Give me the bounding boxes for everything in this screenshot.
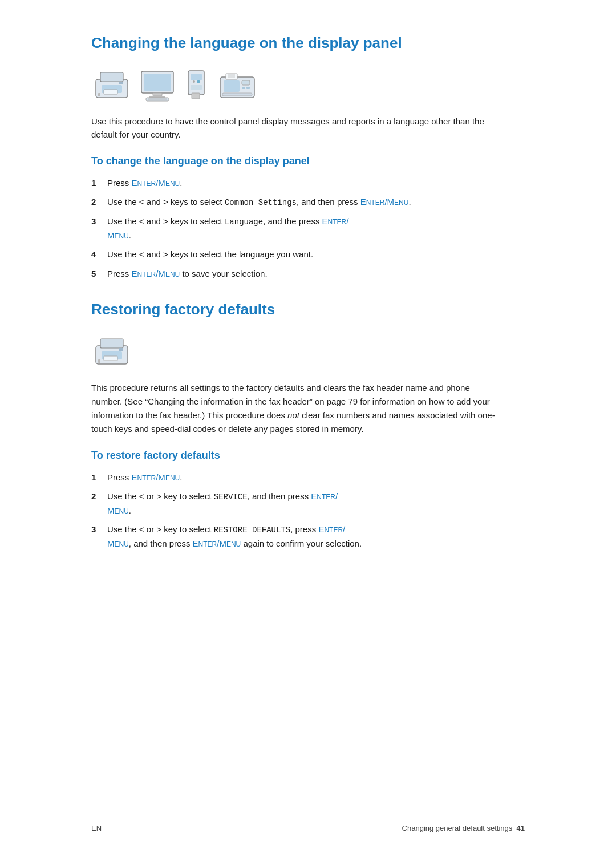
svg-rect-20 xyxy=(224,80,240,92)
monitor-icon xyxy=(137,68,178,102)
step-number: 4 xyxy=(91,248,107,261)
svg-rect-10 xyxy=(146,98,169,101)
section1-subsection-title: To change the language on the display pa… xyxy=(91,155,548,167)
section2-title: Restoring factory defaults xyxy=(91,301,548,318)
step-2-3: 3 Use the < or > key to select RESTORE D… xyxy=(91,523,502,550)
server-icon xyxy=(183,68,212,102)
step-content: Use the < and > keys to select Language,… xyxy=(107,215,502,242)
fax-icon xyxy=(217,68,258,102)
step-content: Press ENTER/MENU. xyxy=(107,176,502,189)
step-number: 2 xyxy=(91,195,107,208)
page-footer: EN Changing general default settings 41 xyxy=(0,824,616,832)
svg-rect-8 xyxy=(153,93,162,96)
step-number: 1 xyxy=(91,471,107,484)
step-content: Use the < or > key to select SERVICE, an… xyxy=(107,490,502,517)
section1-icons xyxy=(91,68,548,102)
step-content: Press ENTER/MENU to save your selection. xyxy=(107,267,502,280)
section2-steps: 1 Press ENTER/MENU. 2 Use the < or > key… xyxy=(91,471,548,550)
svg-rect-33 xyxy=(119,348,123,351)
enter-menu-link[interactable]: ENTER/MENU xyxy=(132,178,180,188)
svg-rect-21 xyxy=(242,80,250,85)
step-content: Use the < and > keys to select Common Se… xyxy=(107,195,502,209)
step-content: Use the < or > key to select RESTORE DEF… xyxy=(107,523,502,550)
step-2-2: 2 Use the < or > key to select SERVICE, … xyxy=(91,490,502,517)
step-1-3: 3 Use the < and > keys to select Languag… xyxy=(91,215,502,242)
svg-rect-2 xyxy=(100,72,123,82)
section2-icons xyxy=(91,334,548,369)
svg-rect-22 xyxy=(242,87,245,89)
section1-steps: 1 Press ENTER/MENU. 2 Use the < and > ke… xyxy=(91,176,548,280)
svg-rect-4 xyxy=(119,82,123,84)
step-1-2: 2 Use the < and > keys to select Common … xyxy=(91,195,502,209)
page: Changing the language on the display pan… xyxy=(0,0,616,853)
svg-point-15 xyxy=(197,80,200,83)
step-number: 2 xyxy=(91,490,107,503)
enter-menu-link[interactable]: ENTER/MENU xyxy=(132,472,180,482)
enter-menu-link[interactable]: ENTER/MENU xyxy=(132,269,180,278)
section1-intro: Use this procedure to have the control p… xyxy=(91,115,502,142)
footer-right: Changing general default settings 41 xyxy=(402,824,525,832)
svg-rect-17 xyxy=(191,85,202,90)
footer-page-num: 41 xyxy=(517,824,525,832)
svg-rect-23 xyxy=(246,87,250,89)
svg-rect-25 xyxy=(226,74,237,79)
svg-rect-18 xyxy=(192,93,200,99)
step-number: 5 xyxy=(91,267,107,280)
step-number: 3 xyxy=(91,523,107,536)
step-1-1: 1 Press ENTER/MENU. xyxy=(91,176,502,189)
enter-menu-link-2[interactable]: ENTER/MENU xyxy=(193,539,241,548)
footer-label: Changing general default settings xyxy=(402,824,513,832)
svg-rect-14 xyxy=(191,74,202,80)
svg-point-16 xyxy=(193,80,195,83)
section2-subsection-title: To restore factory defaults xyxy=(91,450,548,462)
printer-icon-2 xyxy=(91,334,132,369)
printer-icon xyxy=(91,68,132,102)
step-content: Use the < and > keys to select the langu… xyxy=(107,248,502,261)
step-1-4: 4 Use the < and > keys to select the lan… xyxy=(91,248,502,261)
svg-rect-3 xyxy=(104,90,117,94)
footer-left: EN xyxy=(91,824,102,832)
enter-menu-link[interactable]: ENTER/MENU xyxy=(360,197,409,207)
svg-rect-34 xyxy=(98,359,100,363)
step-2-1: 1 Press ENTER/MENU. xyxy=(91,471,502,484)
section2-container: Restoring factory defaults This procedur… xyxy=(91,301,548,550)
svg-rect-24 xyxy=(222,93,252,96)
svg-rect-7 xyxy=(144,74,171,91)
step-content: Press ENTER/MENU. xyxy=(107,471,502,484)
section1-title: Changing the language on the display pan… xyxy=(91,34,548,52)
step-number: 3 xyxy=(91,215,107,228)
svg-rect-31 xyxy=(100,339,123,348)
section2-intro: This procedure returns all settings to t… xyxy=(91,381,502,436)
step-number: 1 xyxy=(91,176,107,189)
svg-rect-5 xyxy=(98,93,100,96)
step-1-5: 5 Press ENTER/MENU to save your selectio… xyxy=(91,267,502,280)
svg-rect-32 xyxy=(104,356,117,361)
